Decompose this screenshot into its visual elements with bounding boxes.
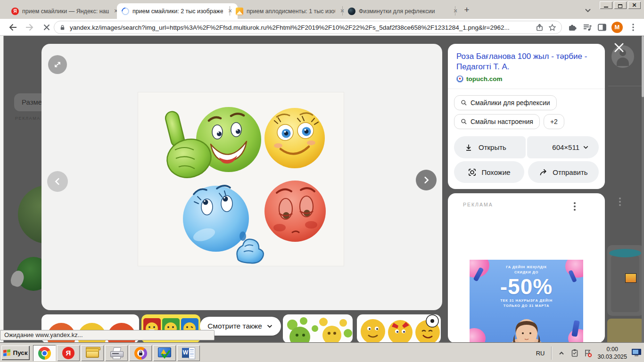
viewed-image-smileys[interactable] [138,92,344,266]
dim-ad-product [607,319,644,343]
tab-title: прием смайлики — Яндекс: нашло [22,8,109,15]
source-favicon [456,75,463,82]
minimize-button[interactable] [600,1,612,9]
fullscreen-expand-button[interactable] [48,55,67,74]
windows-logo-icon [3,349,11,357]
tab-applause[interactable]: прием аплодисменты: 1 тыс изобр × [231,3,350,19]
tab-fizminutki[interactable]: Физминутки для рефлексии × [343,3,463,19]
stop-icon[interactable] [41,22,52,33]
advertisement-panel: РЕКЛАМА ГА ДЕЙІН ЖЕҢІЛДІК СКИДКИ ДО -50%… [448,193,605,343]
taskbar-avast-button[interactable] [129,345,152,361]
chevron-down-icon [582,144,589,151]
source-domain: topuch.com [466,75,503,82]
image-title-link[interactable]: Роза Бағланова 100 жыл - тәрбие - Педаго… [456,51,594,73]
share-image-button[interactable]: Отправить [528,161,599,183]
profile-avatar[interactable]: M [611,22,623,33]
tab-strip: Я прием смайлики — Яндекс: нашло × прием… [0,0,644,19]
ad-banner[interactable]: ГА ДЕЙІН ЖЕҢІЛДІК СКИДКИ ДО -50% ТЕК 31 … [470,260,583,343]
network-status-flag-icon[interactable] [583,348,593,358]
desktop: { "browser": { "tabs": [ {"title": "прие… [0,0,644,362]
language-indicator[interactable]: RU [532,350,549,357]
forward-icon[interactable] [25,22,35,33]
divider [448,89,605,89]
dim-menu-dots-icon [619,196,621,207]
download-icon [464,143,473,152]
browser-toolbar: yandex.kz/images/search?img_url=https%3A… [0,19,644,36]
clock-time: 0:00 [597,346,627,353]
page-left-edge [0,36,4,343]
similar-images-button[interactable]: Похожие [454,161,524,183]
image-viewer-card [41,44,442,310]
dim-ad-label: РЕКЛАМА [15,116,41,121]
taskbar-explorer-button[interactable] [81,345,104,361]
side-panel-icon[interactable] [597,22,607,33]
taskbar: Пуск Я W RU 0:00 30.03.2025 [0,343,644,362]
send-arrow-icon [539,168,548,177]
show-desktop-button[interactable] [632,349,642,357]
page-scrollbar[interactable] [642,36,644,343]
related-image-thumbnail[interactable] [357,314,441,343]
ad-model-face [506,315,547,343]
search-icon [461,99,467,106]
image-size-dropdown[interactable]: 604×511 [527,136,599,158]
visual-search-icon [468,168,477,177]
viewer-close-icon[interactable] [613,41,625,54]
ad-menu-dots-icon[interactable] [574,201,576,212]
chevron-down-icon [266,322,273,330]
extensions-icon[interactable] [567,22,578,33]
previous-image-button[interactable] [47,171,68,192]
back-icon[interactable] [8,22,18,33]
word-icon: W [182,347,195,359]
antivirus-lock-icon [134,347,147,360]
tab-title: прием аплодисменты: 1 тыс изобр [247,8,335,15]
clock-date: 30.03.2025 [597,353,627,361]
taskbar-yandex-button[interactable]: Я [57,345,80,361]
page-area: Разме РЕКЛАМА [0,36,644,343]
taskbar-word-button[interactable]: W [177,345,200,361]
site-favicon [348,8,355,15]
browser-menu-icon[interactable] [628,22,638,33]
search-icon [461,118,467,125]
start-button[interactable]: Пуск [1,346,30,360]
chrome-icon [38,347,51,360]
ad-banner-text: ГА ДЕЙІН ЖЕҢІЛДІК СКИДКИ ДО -50% ТЕК 31 … [470,264,583,308]
next-image-button[interactable] [416,170,437,190]
printer-icon [110,347,123,359]
ad-label: РЕКЛАМА [463,202,493,207]
tab-list-chevron-icon[interactable] [584,6,592,15]
clock[interactable]: 0:00 30.03.2025 [597,346,627,361]
security-scanner-icon [158,347,171,359]
source-site-link[interactable]: topuch.com [456,75,596,82]
new-tab-button[interactable]: + [461,5,472,16]
address-bar[interactable]: yandex.kz/images/search?img_url=https%3A… [54,21,562,34]
tab-yandex-search[interactable]: Я прием смайлики — Яндекс: нашло × [7,3,124,19]
yandex-favicon: Я [11,8,19,15]
folder-icon [86,348,99,358]
tab-separator [342,6,343,16]
tab-images-search[interactable]: прием смайлики: 2 тыс изображен × [117,3,238,19]
open-image-button[interactable]: Открыть [454,136,526,158]
related-query-chip[interactable]: Смайлики для рефлексии [454,95,557,110]
bookmark-star-icon[interactable] [548,23,557,32]
taskbar-chrome-button[interactable] [33,345,56,361]
tray-device-icon[interactable] [570,348,579,358]
loading-spinner-icon [120,6,131,16]
tray-divider [551,346,552,360]
tab-title: Физминутки для рефлексии [359,8,448,15]
related-image-thumbnail[interactable] [283,314,353,343]
media-controls-icon[interactable] [582,22,593,33]
tab-close-icon[interactable]: × [452,8,459,15]
tray-expand-chevron-icon[interactable] [557,348,566,358]
window-controls: ✕ [600,1,641,9]
taskbar-printer-button[interactable] [105,345,128,361]
share-icon[interactable] [535,23,544,32]
more-queries-chip[interactable]: +2 [544,114,564,129]
dim-divider [608,86,642,86]
image-favicon [236,8,243,15]
lock-icon [59,24,66,32]
taskbar-scanner-button[interactable] [153,345,176,361]
image-info-panel: Роза Бағланова 100 жыл - тәрбие - Педаго… [448,44,605,189]
maximize-button[interactable] [614,1,627,9]
window-close-button[interactable]: ✕ [628,1,641,9]
related-query-chip[interactable]: Смайлы настроения [454,114,540,129]
